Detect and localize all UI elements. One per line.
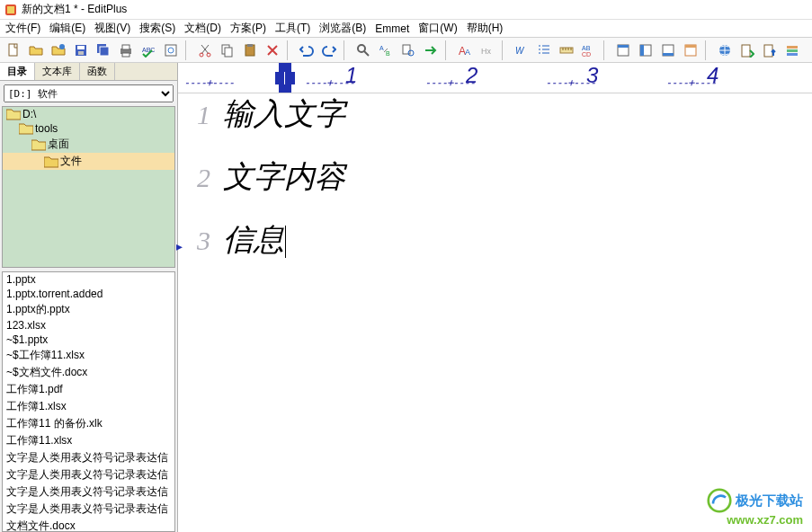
browser-button[interactable] — [715, 40, 735, 60]
line-number: 3 — [178, 226, 223, 256]
sidebar-tab-lib[interactable]: 文本库 — [35, 63, 80, 80]
save-button[interactable] — [71, 40, 91, 60]
ruler-dash: ----+---- — [304, 76, 354, 89]
menu-browser[interactable]: 浏览器(B) — [319, 21, 366, 36]
svg-rect-13 — [165, 45, 176, 56]
ruler-button[interactable] — [557, 40, 576, 60]
menu-bar: 文件(F) 编辑(E) 视图(V) 搜索(S) 文档(D) 方案(P) 工具(T… — [0, 20, 812, 38]
open-remote-button[interactable] — [49, 40, 68, 60]
sidebar-tabs: 目录 文本库 函数 — [0, 63, 177, 81]
file-item[interactable]: 文字是人类用表义符号记录表达信 — [3, 466, 174, 483]
open-file-button[interactable] — [26, 40, 46, 60]
undo-button[interactable] — [297, 40, 317, 60]
menu-edit[interactable]: 编辑(E) — [49, 21, 85, 36]
svg-point-47 — [709, 490, 731, 512]
toolbar-sep — [603, 40, 609, 60]
panel2-button[interactable] — [636, 40, 656, 60]
drive-select[interactable]: [D:] 软件 — [4, 84, 174, 102]
line-text[interactable]: 信息 — [223, 219, 286, 261]
ruler-dash: ----+---- — [665, 76, 716, 89]
upload-button[interactable] — [760, 40, 780, 60]
folder-node[interactable]: 桌面 — [3, 136, 174, 153]
wordwrap-button[interactable]: W — [512, 40, 531, 60]
save-all-button[interactable] — [94, 40, 113, 60]
folder-tree[interactable]: D:\tools桌面文件 — [2, 106, 175, 268]
editor-line[interactable]: ▸3信息 — [178, 219, 812, 282]
goto-button[interactable] — [421, 40, 441, 60]
find-button[interactable] — [353, 40, 373, 60]
editor[interactable]: 1输入文字2文字内容▸3信息 — [178, 93, 812, 532]
app-logo-icon — [4, 3, 18, 17]
svg-text:AB: AB — [582, 45, 591, 51]
linenum-button[interactable] — [534, 40, 554, 60]
file-item[interactable]: 文档文件.docx — [3, 518, 174, 532]
file-item[interactable]: 1.pptx — [3, 272, 174, 287]
file-item[interactable]: ~$工作簿11.xlsx — [3, 347, 174, 364]
print-button[interactable] — [116, 40, 136, 60]
svg-rect-11 — [122, 53, 129, 57]
file-item[interactable]: 1.pptx的.pptx — [3, 301, 174, 318]
svg-rect-1 — [7, 6, 14, 13]
svg-rect-36 — [640, 45, 644, 56]
ruler-cursor-icon — [279, 63, 291, 93]
file-item[interactable]: 123.xlsx — [3, 318, 174, 332]
sidebar-tab-dir[interactable]: 目录 — [0, 63, 35, 80]
toolbar-sep — [287, 40, 292, 60]
menu-window[interactable]: 窗口(W) — [418, 21, 457, 36]
ruler-dash: ----+---- — [545, 76, 595, 89]
panel4-button[interactable] — [681, 40, 700, 60]
file-item[interactable]: 工作簿1.pdf — [3, 381, 174, 398]
menu-help[interactable]: 帮助(H) — [467, 21, 504, 36]
file-item[interactable]: 文字是人类用表义符号记录表达信 — [3, 501, 174, 518]
file-item[interactable]: 文字是人类用表义符号记录表达信 — [3, 483, 174, 501]
watermark-logo-icon — [707, 488, 732, 513]
menu-file[interactable]: 文件(F) — [5, 21, 40, 36]
panel3-button[interactable] — [658, 40, 678, 60]
font-button[interactable]: AA — [455, 40, 475, 60]
svg-text:W: W — [515, 46, 525, 56]
indent-button[interactable]: ABCD — [579, 40, 599, 60]
panel1-button[interactable] — [613, 40, 633, 60]
menu-doc[interactable]: 文档(D) — [184, 21, 221, 36]
window-title: 新的文档1 * - EditPlus — [22, 2, 127, 17]
ruler-dash: ----+---- — [183, 76, 234, 89]
sidebar-tab-func[interactable]: 函数 — [80, 63, 115, 80]
spellcheck-button[interactable]: ABC — [138, 40, 158, 60]
settings-button[interactable] — [782, 40, 802, 60]
new-file-button[interactable] — [4, 40, 23, 60]
line-number: 2 — [178, 163, 223, 193]
line-text[interactable]: 文字内容 — [223, 156, 345, 198]
replace-button[interactable]: AB — [376, 40, 396, 60]
find-in-files-button[interactable] — [398, 40, 418, 60]
redo-button[interactable] — [319, 40, 339, 60]
cut-button[interactable] — [195, 40, 215, 60]
copy-button[interactable] — [218, 40, 237, 60]
toolbar-sep — [445, 40, 451, 60]
preview-button[interactable] — [161, 40, 181, 60]
folder-node[interactable]: tools — [3, 121, 174, 136]
file-item[interactable]: 工作簿11 的备份.xlk — [3, 415, 174, 432]
editor-line[interactable]: 2文字内容 — [178, 156, 812, 219]
exec-button[interactable] — [737, 40, 757, 60]
svg-rect-46 — [787, 53, 798, 56]
file-item[interactable]: ~$1.pptx — [3, 332, 174, 347]
file-item[interactable]: 文字是人类用表义符号记录表达信 — [3, 449, 174, 466]
folder-node[interactable]: 文件 — [3, 153, 174, 170]
file-item[interactable]: 工作簿11.xlsx — [3, 432, 174, 449]
menu-view[interactable]: 视图(V) — [94, 21, 130, 36]
file-item[interactable]: ~$文档文件.docx — [3, 364, 174, 381]
editor-line[interactable]: 1输入文字 — [178, 93, 812, 156]
menu-tool[interactable]: 工具(T) — [275, 21, 310, 36]
menu-emmet[interactable]: Emmet — [375, 22, 409, 35]
file-list[interactable]: 1.pptx1.pptx.torrent.added1.pptx的.pptx12… — [2, 271, 175, 532]
hex-button[interactable]: Hx — [477, 40, 497, 60]
delete-button[interactable] — [263, 40, 282, 60]
file-item[interactable]: 1.pptx.torrent.added — [3, 287, 174, 301]
svg-point-21 — [358, 45, 365, 52]
file-item[interactable]: 工作簿1.xlsx — [3, 398, 174, 415]
line-text[interactable]: 输入文字 — [223, 93, 345, 135]
menu-search[interactable]: 搜索(S) — [139, 21, 175, 36]
menu-plan[interactable]: 方案(P) — [230, 21, 266, 36]
paste-button[interactable] — [240, 40, 260, 60]
folder-node[interactable]: D:\ — [3, 107, 174, 121]
